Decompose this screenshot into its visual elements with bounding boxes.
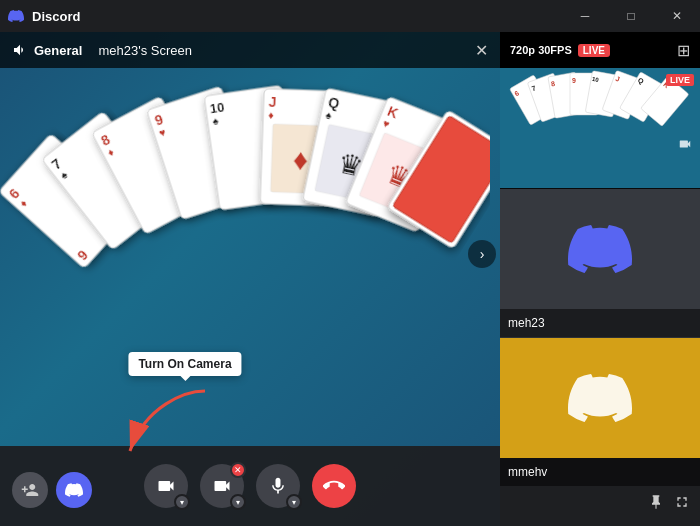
close-button[interactable]: ✕ xyxy=(654,0,700,32)
svg-text:J: J xyxy=(268,94,276,110)
participant3-info: mmehv xyxy=(500,458,700,486)
meh23-live-badge: LIVE xyxy=(666,74,694,86)
stream-close-button[interactable]: ✕ xyxy=(475,41,488,60)
svg-text:9: 9 xyxy=(572,77,576,84)
stop-stream-caret[interactable]: ▾ xyxy=(230,494,246,510)
svg-text:♦: ♦ xyxy=(268,109,274,121)
sidebar-bottom-icons xyxy=(648,494,690,510)
bottom-controls: ▾ ✕ ▾ xyxy=(0,446,500,526)
stream-header: General meh23's Screen ✕ xyxy=(0,32,500,68)
fullscreen-icon[interactable] xyxy=(674,494,690,510)
stream-name: meh23's Screen xyxy=(98,43,192,58)
red-arrow xyxy=(115,386,235,466)
quality-badge: 720p 30FPS xyxy=(510,44,572,56)
sidebar-header: 720p 30FPS LIVE ⊞ xyxy=(500,32,700,68)
add-user-button[interactable] xyxy=(12,472,48,508)
titlebar-title: Discord xyxy=(32,9,80,24)
mic-caret[interactable]: ▾ xyxy=(286,494,302,510)
titlebar-controls: ─ □ ✕ xyxy=(562,0,700,32)
pin-icon[interactable] xyxy=(648,494,664,510)
stream-area: General meh23's Screen ✕ 6 ♦ 6 xyxy=(0,32,500,526)
mic-button-container: ▾ xyxy=(256,464,300,508)
stop-stream-container: ✕ ▾ xyxy=(200,464,244,508)
titlebar: Discord ─ □ ✕ xyxy=(0,0,700,32)
next-page-button[interactable]: › xyxy=(468,240,496,268)
end-call-button[interactable] xyxy=(312,464,356,508)
camera-indicator-icon xyxy=(678,137,692,154)
discord-logo-participant3 xyxy=(568,366,632,430)
live-badge: LIVE xyxy=(578,44,610,57)
solitaire-game: 6 ♦ 6 7 ♠ 8 ♦ xyxy=(0,62,490,432)
discord-icon xyxy=(8,8,24,24)
speaker-icon xyxy=(12,42,28,58)
right-sidebar: 720p 30FPS LIVE ⊞ 6 7 xyxy=(500,32,700,526)
discord-voice-icon xyxy=(56,472,92,508)
channel-name: General xyxy=(34,43,82,58)
stream-thumbnail: 6 7 8 9 10 xyxy=(500,68,700,188)
maximize-button[interactable]: □ xyxy=(608,0,654,32)
camera-caret[interactable]: ▾ xyxy=(174,494,190,510)
participant2-name: meh23 xyxy=(508,316,545,330)
stream-channel: General xyxy=(12,42,82,58)
camera-button-container: ▾ xyxy=(144,464,188,508)
grid-icon[interactable]: ⊞ xyxy=(677,41,690,60)
participant3-video xyxy=(500,338,700,458)
game-area: 6 ♦ 6 7 ♠ 8 ♦ xyxy=(0,32,500,526)
main-content: General meh23's Screen ✕ 6 ♦ 6 xyxy=(0,32,700,526)
left-user-icons xyxy=(12,472,92,508)
participant-meh23-thumb[interactable]: 6 7 8 9 10 xyxy=(500,68,700,188)
participant2-video xyxy=(500,189,700,309)
participant3-name: mmehv xyxy=(508,465,547,479)
discord-logo-participant2 xyxy=(568,217,632,281)
sidebar-header-left: 720p 30FPS LIVE xyxy=(510,44,610,57)
participant-mmehv[interactable]: mmehv xyxy=(500,338,700,486)
participant2-info: meh23 xyxy=(500,309,700,337)
svg-text:♦: ♦ xyxy=(292,143,308,177)
participant-meh23-offline[interactable]: meh23 xyxy=(500,189,700,337)
minimize-button[interactable]: ─ xyxy=(562,0,608,32)
